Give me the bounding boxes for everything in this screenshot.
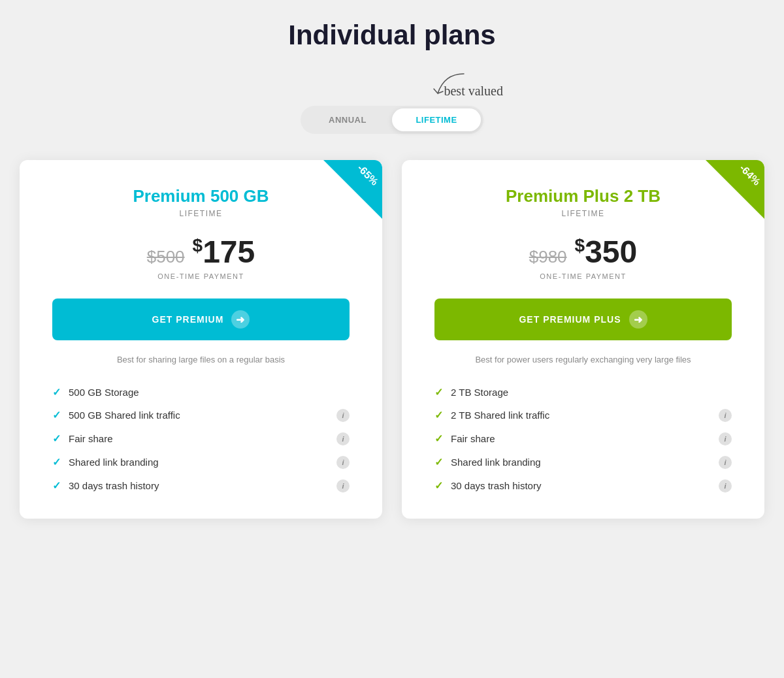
check-icon: ✓ [434,409,443,421]
info-icon[interactable]: i [336,479,350,492]
discount-badge-premium: -65% [323,160,382,219]
check-icon: ✓ [52,386,61,398]
original-price-premium: $500 [147,247,185,267]
feature-item: ✓ 2 TB Storage [434,386,732,398]
toggle-lifetime[interactable]: LIFETIME [392,108,481,131]
plan-description-premium: Best for sharing large files on a regula… [52,353,350,366]
page-title: Individual plans [288,20,495,51]
plan-type-premium-plus: LIFETIME [434,209,732,218]
feature-label: 30 days trash history [451,480,711,491]
cta-label-premium: GET PREMIUM [152,314,224,325]
feature-item: ✓ Shared link branding i [52,456,350,469]
features-list-premium: ✓ 500 GB Storage ✓ 500 GB Shared link tr… [52,386,350,492]
best-valued-label: best valued [444,84,503,99]
info-icon[interactable]: i [719,432,732,445]
plan-name-premium: Premium 500 GB [52,186,350,206]
check-icon: ✓ [434,432,443,445]
check-icon: ✓ [52,432,61,445]
feature-item: ✓ Fair share i [52,432,350,445]
toggle-area: best valued ANNUAL LIFETIME [287,71,497,134]
plan-description-premium-plus: Best for power users regularly exchangin… [434,353,732,366]
feature-item: ✓ 2 TB Shared link traffic i [434,409,732,422]
features-list-premium-plus: ✓ 2 TB Storage ✓ 2 TB Shared link traffi… [434,386,732,492]
feature-item: ✓ 30 days trash history i [434,479,732,492]
plan-type-premium: LIFETIME [52,209,350,218]
discount-text-premium: -65% [355,162,380,187]
info-icon[interactable]: i [336,409,350,422]
check-icon: ✓ [52,479,61,492]
billing-toggle[interactable]: ANNUAL LIFETIME [301,106,483,134]
info-icon[interactable]: i [719,456,732,469]
cta-label-premium-plus: GET PREMIUM PLUS [519,314,621,325]
page-container: Individual plans best valued ANNUAL LIFE… [13,20,771,519]
discount-badge-premium-plus: -64% [706,160,764,219]
cta-arrow-premium-plus: ➜ [629,310,647,329]
dollar-sign-premium-plus: $ [575,235,585,255]
feature-item: ✓ Fair share i [434,432,732,445]
feature-label: Fair share [451,433,711,444]
feature-item: ✓ 30 days trash history i [52,479,350,492]
cta-button-premium-plus[interactable]: GET PREMIUM PLUS ➜ [434,299,732,340]
feature-label: 500 GB Storage [69,387,350,398]
check-icon: ✓ [52,409,61,421]
feature-label: 2 TB Shared link traffic [451,410,711,421]
check-icon: ✓ [434,456,443,468]
feature-label: Shared link branding [69,457,329,468]
payment-type-premium: ONE-TIME PAYMENT [52,272,350,280]
info-icon[interactable]: i [336,432,350,445]
current-price-premium: $175 [193,234,255,270]
dollar-sign-premium: $ [193,235,203,255]
feature-label: Shared link branding [451,457,711,468]
check-icon: ✓ [52,456,61,468]
original-price-premium-plus: $980 [529,247,567,267]
plan-card-premium-500: -65% Premium 500 GB LIFETIME $500 $175 O… [20,160,382,519]
price-row-premium-plus: $980 $350 [434,234,732,270]
plan-card-premium-plus: -64% Premium Plus 2 TB LIFETIME $980 $35… [402,160,764,519]
plan-name-premium-plus: Premium Plus 2 TB [434,186,732,206]
feature-label: 30 days trash history [69,480,329,491]
feature-label: Fair share [69,433,329,444]
discount-text-premium-plus: -64% [737,162,762,187]
feature-label: 500 GB Shared link traffic [69,410,329,421]
toggle-annual[interactable]: ANNUAL [303,108,392,131]
arrow-label-area: best valued [287,71,497,103]
info-icon[interactable]: i [719,479,732,492]
feature-item: ✓ 500 GB Shared link traffic i [52,409,350,422]
feature-label: 2 TB Storage [451,387,732,398]
feature-item: ✓ Shared link branding i [434,456,732,469]
check-icon: ✓ [434,386,443,398]
feature-item: ✓ 500 GB Storage [52,386,350,398]
cta-arrow-premium: ➜ [231,310,250,329]
payment-type-premium-plus: ONE-TIME PAYMENT [434,272,732,280]
cta-button-premium[interactable]: GET PREMIUM ➜ [52,299,350,340]
price-row-premium: $500 $175 [52,234,350,270]
current-price-premium-plus: $350 [575,234,638,270]
info-icon[interactable]: i [336,456,350,469]
plans-container: -65% Premium 500 GB LIFETIME $500 $175 O… [20,160,764,519]
check-icon: ✓ [434,479,443,492]
info-icon[interactable]: i [719,409,732,422]
